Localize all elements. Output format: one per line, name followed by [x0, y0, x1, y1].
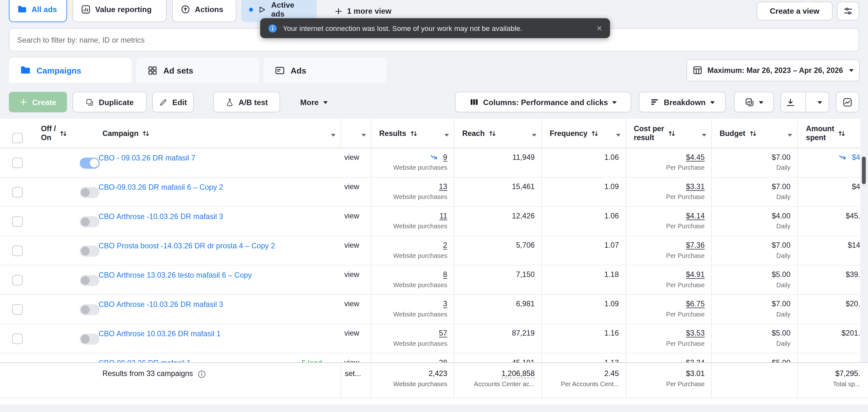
spent-value: $39.	[846, 270, 860, 279]
table-row[interactable]: CBO Prosta boost -14.03.26 DR dr prosta …	[0, 236, 868, 266]
breakdown-button[interactable]: Breakdown	[639, 92, 726, 112]
row-checkbox[interactable]	[12, 304, 23, 315]
export-button[interactable]	[780, 92, 829, 112]
campaign-name-link[interactable]: CBO Arthrose -10.03.26 DR mafasil 3	[98, 212, 223, 221]
chevron-down-icon[interactable]	[532, 134, 536, 139]
campaign-name-link[interactable]: CBO - 09.03.26 DR mafasil 7	[98, 154, 195, 162]
charts-button[interactable]	[836, 92, 859, 112]
campaign-name-link[interactable]: CBO Prosta boost -14.03.26 DR dr prosta …	[98, 242, 275, 250]
tab-campaigns[interactable]: Campaigns	[9, 58, 132, 83]
table-row[interactable]: CBO Arthrose -10.03.26 DR mafasil 3 view…	[0, 207, 868, 236]
header-reach[interactable]: Reach	[454, 119, 541, 147]
ab-test-button[interactable]: A/B test	[213, 92, 280, 112]
sort-icon[interactable]	[60, 130, 67, 137]
create-button[interactable]: Create	[9, 92, 67, 112]
chevron-down-icon[interactable]	[361, 134, 366, 139]
sort-icon[interactable]	[749, 130, 756, 137]
ab-test-label: A/B test	[239, 98, 268, 107]
cpr-value[interactable]: $4.14	[686, 212, 705, 220]
results-value[interactable]: 2	[443, 241, 447, 249]
cpr-value[interactable]: $4.45	[686, 153, 705, 162]
info-icon[interactable]	[197, 370, 206, 378]
sort-icon[interactable]	[668, 130, 675, 137]
header-results[interactable]: Results	[371, 119, 454, 147]
view-tab-all-ads[interactable]: All ads	[9, 0, 67, 22]
chevron-down-icon[interactable]	[444, 134, 449, 139]
cpr-value[interactable]: $4.91	[686, 270, 705, 279]
more-button[interactable]: More	[292, 92, 336, 112]
row-checkbox[interactable]	[12, 245, 23, 256]
table-row[interactable]: CBO Arthrose 13.03.26 testo mafasil 6 – …	[0, 266, 868, 295]
tab-ads[interactable]: Ads	[264, 58, 386, 83]
budget-label: Daily	[712, 194, 790, 200]
duplicate-button[interactable]: Duplicate	[73, 92, 147, 112]
export-options-caret[interactable]	[812, 98, 829, 106]
header-truncated-column[interactable]	[340, 119, 371, 147]
results-value[interactable]: 57	[439, 329, 447, 338]
row-checkbox[interactable]	[12, 187, 23, 197]
row-checkbox[interactable]	[12, 275, 23, 285]
header-toggle[interactable]: Off /On	[33, 119, 94, 147]
sort-icon[interactable]	[410, 130, 417, 137]
footer-reach-value[interactable]: 1,206,858	[501, 369, 535, 378]
close-icon[interactable]: ✕	[596, 24, 602, 32]
campaign-name-link[interactable]: CBO Arthrose 10.03.26 DR mafasil 1	[98, 330, 220, 338]
row-checkbox-cell	[0, 207, 33, 236]
table-row[interactable]: CBO - 09.03.26 DR mafasil 7 view 9 Websi…	[0, 148, 868, 178]
header-cost-per-result[interactable]: Cost perresult	[625, 119, 711, 147]
columns-button[interactable]: Columns: Performance and clicks	[455, 92, 631, 112]
chevron-down-icon	[710, 101, 714, 106]
row-checkbox[interactable]	[12, 158, 23, 168]
results-value[interactable]: 13	[439, 182, 447, 191]
header-toggle-line1: Off /	[41, 125, 56, 133]
results-value[interactable]: 9	[443, 153, 447, 162]
footer-cost-per-result: $3.01 Per Purchase	[625, 363, 711, 398]
edit-button[interactable]: Edit	[152, 92, 194, 112]
vertical-scrollbar-thumb[interactable]	[862, 157, 866, 184]
view-tab-actions[interactable]: Actions	[172, 0, 237, 22]
cpr-value[interactable]: $3.53	[686, 329, 705, 338]
header-frequency[interactable]: Frequency	[541, 119, 625, 147]
view-settings-button[interactable]	[837, 2, 859, 21]
campaign-name-link[interactable]: CBO-09.03.26 DR mafasil 6 – Copy 2	[98, 183, 223, 191]
cpr-value[interactable]: $7.36	[686, 241, 705, 249]
results-value[interactable]: 8	[443, 270, 447, 279]
frequency-value: 1.09	[604, 300, 619, 308]
view-tab-value-reporting[interactable]: Value reporting	[73, 0, 167, 22]
download-icon[interactable]	[781, 97, 800, 107]
sort-icon[interactable]	[838, 130, 845, 137]
chevron-down-icon[interactable]	[788, 134, 792, 139]
row-checkbox[interactable]	[12, 216, 23, 227]
results-value[interactable]: 3	[443, 300, 447, 308]
table-row[interactable]: CBO Arthrose -10.03.26 DR mafasil 3 view…	[0, 295, 868, 324]
reports-button[interactable]	[734, 92, 774, 112]
table-row[interactable]: CBO Arthrose 10.03.26 DR mafasil 1 view …	[0, 324, 868, 353]
chevron-down-icon[interactable]	[616, 134, 621, 139]
pencil-icon	[159, 98, 168, 107]
cpr-value[interactable]: $3.31	[686, 182, 705, 191]
header-amount-spent[interactable]: Amountspent	[797, 119, 868, 147]
truncated-column-cell: view	[340, 148, 371, 177]
chevron-down-icon[interactable]	[702, 134, 707, 139]
grid-icon	[147, 65, 158, 75]
header-budget[interactable]: Budget	[711, 119, 797, 147]
frequency-cell: 1.09	[541, 295, 625, 323]
campaign-name-link[interactable]: CBO Arthrose 13.03.26 testo mafasil 6 – …	[98, 271, 252, 279]
vertical-scrollbar-track[interactable]	[860, 119, 868, 362]
sort-icon[interactable]	[143, 130, 150, 137]
row-checkbox[interactable]	[12, 334, 23, 344]
header-frequency-label: Frequency	[550, 129, 588, 138]
results-value[interactable]: 11	[439, 212, 447, 220]
chevron-down-icon[interactable]	[331, 134, 336, 139]
table-row[interactable]: CBO-09.03.26 DR mafasil 6 – Copy 2 view …	[0, 178, 868, 207]
sort-icon[interactable]	[591, 130, 599, 137]
date-range-picker[interactable]: Maximum: Mar 26, 2023 – Apr 26, 2026	[686, 59, 860, 81]
spent-value: $14	[847, 241, 860, 249]
header-campaign[interactable]: Campaign	[94, 119, 340, 147]
create-view-button[interactable]: Create a view	[757, 2, 833, 21]
sort-icon[interactable]	[489, 130, 496, 137]
campaign-name-link[interactable]: CBO Arthrose -10.03.26 DR mafasil 3	[98, 300, 223, 309]
tab-ad-sets[interactable]: Ad sets	[136, 58, 259, 83]
select-all-checkbox[interactable]	[12, 133, 23, 143]
cpr-value[interactable]: $6.75	[686, 300, 705, 308]
